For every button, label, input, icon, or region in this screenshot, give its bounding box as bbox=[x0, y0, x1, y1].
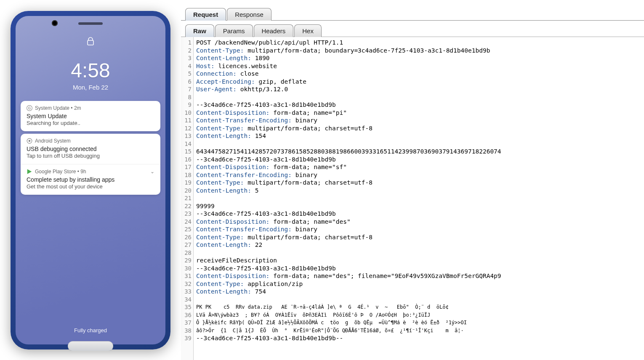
raw-line: Content-Type: multipart/form-data; chars… bbox=[196, 124, 641, 132]
lockscreen-date: Mon, Feb 22 bbox=[16, 84, 165, 91]
raw-line: LVä Ä>N\ýwbàz3 ; B¥? óÁ O¥À1Ëïv õÞñ3EÀIì… bbox=[196, 311, 641, 319]
raw-request-pane[interactable]: 1234567891011121314151617181920212223242… bbox=[181, 37, 644, 360]
raw-line: Accept-Encoding: gzip, deflate bbox=[196, 78, 641, 86]
lockscreen-time: 4:58 bbox=[16, 59, 165, 82]
tab-request[interactable]: Request bbox=[185, 8, 226, 21]
tab-params[interactable]: Params bbox=[215, 24, 253, 37]
raw-line: --3c4ad6ce-7f25-4103-a3c1-8d1b40e1bd9b bbox=[196, 210, 641, 218]
raw-line: --3c4ad6ce-7f25-4103-a3c1-8d1b40e1bd9b bbox=[196, 101, 641, 109]
phone-screen: 4:58 Mon, Feb 22 G System Update • 2m Sy… bbox=[16, 16, 165, 344]
svg-text:G: G bbox=[28, 106, 31, 110]
notification-card[interactable]: Android System USB debugging connected T… bbox=[21, 134, 160, 195]
raw-line: receiveFileDescription bbox=[196, 257, 641, 265]
lockscreen-footer: Fully charged bbox=[74, 327, 107, 334]
raw-request-content[interactable]: POST /backendNew/public/api/upl HTTP/1.1… bbox=[194, 37, 644, 360]
raw-line: Content-Disposition: form-data; name="de… bbox=[196, 272, 641, 280]
raw-line: --3c4ad6ce-7f25-4103-a3c1-8d1b40e1bd9b bbox=[196, 265, 641, 273]
raw-line: 6434475827154114285720737861585288038819… bbox=[196, 148, 641, 156]
notification-title: USB debugging connected bbox=[27, 146, 154, 152]
raw-line: 99999 bbox=[196, 202, 641, 210]
raw-line: Content-Length: 154 bbox=[196, 132, 641, 140]
raw-line: POST /backendNew/public/api/upl HTTP/1.1 bbox=[196, 39, 641, 47]
raw-line: Content-Type: multipart/form-data; chars… bbox=[196, 179, 641, 187]
camera-dot-icon bbox=[52, 20, 58, 26]
notification-subtitle: Get the most out of your device bbox=[27, 183, 154, 190]
android-icon bbox=[27, 138, 32, 144]
speaker-grill-icon bbox=[78, 22, 103, 25]
raw-line: User-Agent: okhttp/3.12.0 bbox=[196, 85, 641, 93]
main-tab-row: Request Response bbox=[181, 8, 644, 21]
home-button[interactable] bbox=[68, 341, 113, 351]
notification-card[interactable]: G System Update • 2m System Update Searc… bbox=[21, 101, 160, 131]
lock-icon bbox=[87, 37, 94, 45]
sub-tab-row: Raw Params Headers Hex bbox=[181, 24, 644, 37]
lockscreen-header: 4:58 Mon, Feb 22 bbox=[16, 31, 165, 101]
raw-line: --3c4ad6ce-7f25-4103-a3c1-8d1b40e1bd9b-- bbox=[196, 334, 641, 342]
raw-line: Content-Transfer-Encoding: binary bbox=[196, 225, 641, 233]
raw-line: Content-Length: 1890 bbox=[196, 54, 641, 62]
notification-subtitle: Searching for update.. bbox=[27, 120, 154, 126]
line-number-gutter: 1234567891011121314151617181920212223242… bbox=[181, 37, 194, 360]
raw-line: Content-Length: 754 bbox=[196, 288, 641, 296]
raw-line: Ô }Å½kèifc RâYþ( QÙ»DÏ ZìÆ â]e½½ÕÃXôõÕMÁ… bbox=[196, 319, 641, 327]
tab-response[interactable]: Response bbox=[227, 8, 271, 21]
raw-line: Content-Disposition: form-data; name="sf… bbox=[196, 163, 641, 171]
tab-hex[interactable]: Hex bbox=[294, 24, 322, 37]
notification-title: Complete setup by installing apps bbox=[27, 176, 154, 183]
svg-point-4 bbox=[29, 140, 31, 142]
raw-line bbox=[196, 140, 641, 148]
raw-line: Content-Transfer-Encoding: binary bbox=[196, 171, 641, 179]
raw-line bbox=[196, 249, 641, 257]
raw-line: Connection: close bbox=[196, 70, 641, 78]
google-g-icon: G bbox=[27, 105, 32, 111]
raw-line: âô?>Ór {1 C|å 1{J ÉÕ Ùh ° KrËï®'ÉoR"|Ô¨Õ… bbox=[196, 327, 641, 335]
svg-rect-0 bbox=[88, 40, 93, 45]
phone-mockup-area: 4:58 Mon, Feb 22 G System Update • 2m Sy… bbox=[0, 0, 181, 360]
raw-line: Content-Transfer-Encoding: binary bbox=[196, 116, 641, 124]
notification-subtitle: Tap to turn off USB debugging bbox=[27, 153, 154, 159]
raw-line: PK PK c5 RRv data.zip AE ¨R-÷ä-ç4láÀ ]e\… bbox=[196, 303, 641, 311]
raw-line bbox=[196, 194, 641, 202]
raw-line: Host: licences.website bbox=[196, 62, 641, 70]
http-proxy-panel: Request Response Raw Params Headers Hex … bbox=[181, 0, 644, 360]
notification-title: System Update bbox=[27, 113, 154, 119]
phone-top-bar bbox=[16, 16, 165, 31]
phone-frame: 4:58 Mon, Feb 22 G System Update • 2m Sy… bbox=[11, 11, 170, 349]
raw-line bbox=[196, 93, 641, 101]
raw-line: Content-Type: multipart/form-data; chars… bbox=[196, 233, 641, 241]
raw-line: Content-Disposition: form-data; name="de… bbox=[196, 218, 641, 226]
raw-line: Content-Length: 5 bbox=[196, 187, 641, 195]
raw-line: Content-Length: 22 bbox=[196, 241, 641, 249]
play-store-icon bbox=[27, 169, 32, 175]
raw-line: Content-Disposition: form-data; name="pi… bbox=[196, 109, 641, 117]
notification-appline: System Update • 2m bbox=[35, 105, 81, 111]
tab-raw[interactable]: Raw bbox=[185, 24, 214, 37]
raw-line: Content-Type: application/zip bbox=[196, 280, 641, 288]
raw-line: Content-Type: multipart/form-data; bound… bbox=[196, 47, 641, 55]
notification-appline: Android System bbox=[35, 138, 71, 144]
notification-appline: Google Play Store • 9h bbox=[35, 169, 86, 175]
tab-headers[interactable]: Headers bbox=[254, 24, 294, 37]
raw-line bbox=[196, 296, 641, 304]
raw-line: --3c4ad6ce-7f25-4103-a3c1-8d1b40e1bd9b bbox=[196, 156, 641, 164]
chevron-down-icon[interactable]: ⌄ bbox=[150, 169, 154, 175]
